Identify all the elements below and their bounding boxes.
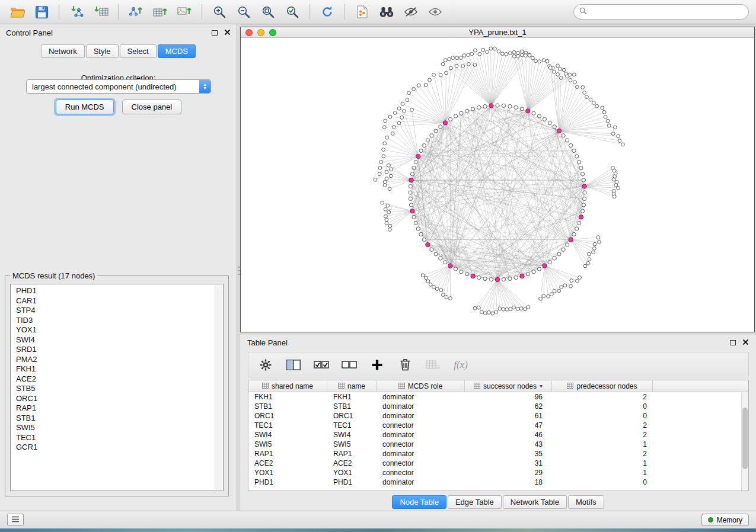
delete-table-button-disabled[interactable] [424,356,442,374]
open-file-button[interactable] [6,2,28,22]
mcds-result-item[interactable]: SWI4 [16,335,223,345]
mcds-result-item[interactable]: FKH1 [16,364,223,374]
mcds-result-item[interactable]: TEC1 [16,433,223,443]
show-columns-button[interactable] [285,356,302,374]
search-box[interactable] [573,4,749,20]
maximize-window-icon[interactable] [269,29,276,36]
mcds-result-item[interactable]: ORC1 [16,394,223,404]
zoom-fit-icon [261,5,275,18]
export-table-button[interactable] [149,2,171,22]
export-image-button[interactable] [173,2,196,22]
table-header-row: shared name ▾ name ▾ MCDS role ▾ [248,380,748,392]
control-panel-tab[interactable]: Network [41,44,85,58]
table-row[interactable]: ORC1 ORC1 dominator 61 0 [248,411,741,421]
mcds-result-item[interactable]: STP4 [16,306,223,316]
mcds-result-item[interactable]: SRD1 [16,345,223,355]
table-panel-tab[interactable]: Edge Table [448,495,502,509]
mcds-result-item[interactable]: SWI5 [16,423,223,433]
mcds-result-item[interactable]: RAP1 [16,403,223,414]
criterion-select[interactable]: largest connected component (undirected)… [26,79,211,94]
control-panel-tab[interactable]: MCDS [158,44,196,58]
import-network-button[interactable] [65,2,88,22]
delete-column-button[interactable] [396,356,414,374]
control-panel: Control Panel Network Style Select MCDS … [0,24,237,511]
search-input[interactable] [591,8,743,17]
column-type-icon [398,382,405,390]
column-header[interactable]: MCDS role ▾ [377,380,465,392]
table-panel-tab[interactable]: Network Table [503,495,567,509]
main-toolbar [0,0,756,24]
table-row[interactable]: FKH1 FKH1 dominator 96 2 [248,392,741,402]
control-panel-tab[interactable]: Select [120,44,157,58]
table-row[interactable]: SWI5 SWI5 connector 43 1 [248,440,741,449]
table-panel-tab[interactable]: Motifs [568,495,604,509]
network-graph[interactable] [241,39,754,332]
mcds-result-item[interactable]: PMA2 [16,355,223,365]
memory-button[interactable]: Memory [701,514,749,526]
close-panel-icon[interactable] [742,338,749,347]
table-row[interactable]: ACE2 ACE2 connector 31 1 [248,459,741,468]
save-session-button[interactable] [30,2,53,22]
memory-status-dot [708,517,713,523]
status-menu-button[interactable] [7,514,24,526]
run-mcds-button[interactable]: Run MCDS [56,100,114,114]
control-panel-header: Control Panel [0,24,237,41]
export-to-web-button[interactable] [351,2,374,22]
minimize-window-icon[interactable] [257,29,264,36]
column-header-label: shared name [272,382,313,390]
bird-eye-view-button[interactable] [424,2,446,22]
float-panel-icon[interactable] [212,30,218,36]
refresh-icon [321,5,334,18]
close-panel-icon[interactable] [224,28,231,37]
table-row[interactable]: SWI4 SWI4 dominator 46 2 [248,430,741,440]
mcds-result-item[interactable]: TID3 [16,316,223,326]
table-row[interactable]: RAP1 RAP1 dominator 35 2 [248,449,741,459]
mcds-result-item[interactable]: STB1 [16,414,223,424]
refresh-view-button[interactable] [316,2,339,22]
close-panel-button[interactable]: Close panel [122,100,182,114]
zoom-fit-button[interactable] [257,2,279,22]
close-window-icon[interactable] [245,29,253,36]
mcds-result-title: MCDS result (17 nodes) [10,271,97,280]
add-column-button[interactable] [368,356,386,374]
table-settings-button[interactable] [257,356,275,374]
table-row[interactable]: PHD1 PHD1 dominator 18 0 [248,477,741,487]
zoom-selected-button[interactable] [281,2,304,22]
table-toolbar: f(x) [248,352,749,377]
mcds-result-item[interactable]: CAR1 [16,296,223,306]
table-row[interactable]: TEC1 TEC1 connector 47 2 [248,421,741,430]
column-header[interactable]: name ▾ [327,380,377,392]
deselect-all-rows-button[interactable] [340,356,358,374]
criterion-selected-value: largest connected component (undirected) [32,82,177,91]
toolbar-separator [118,4,119,20]
column-header[interactable]: successor nodes ▾ [465,380,552,392]
function-builder-button-disabled[interactable]: f(x) [452,356,470,374]
select-all-rows-button[interactable] [312,356,330,374]
column-header[interactable]: predecessor nodes ▾ [552,380,653,392]
graphics-details-button[interactable] [400,2,422,22]
table-scrollbar-thumb[interactable] [742,408,748,469]
table-panel-tab[interactable]: Node Table [392,495,446,509]
zoom-in-button[interactable] [208,2,231,22]
table-row[interactable]: STB1 STB1 dominator 62 0 [248,402,741,411]
table-scrollbar[interactable] [741,392,748,491]
zoom-out-button[interactable] [232,2,255,22]
find-button[interactable] [375,2,398,22]
document-share-icon [356,5,368,18]
export-network-button[interactable] [125,2,147,22]
column-menu-arrow-icon[interactable]: ▾ [540,383,543,389]
network-window-titlebar[interactable]: YPA_prune.txt_1 [241,27,754,38]
column-header-label: predecessor nodes [576,382,637,390]
import-table-button[interactable] [90,2,112,22]
mcds-result-item[interactable]: YOX1 [16,325,223,335]
float-panel-icon[interactable] [730,340,736,345]
mcds-result-item[interactable]: PHD1 [16,286,223,296]
mcds-result-item[interactable]: GCR1 [16,443,223,453]
network-canvas[interactable] [241,39,754,332]
mcds-result-item[interactable]: ACE2 [16,374,223,384]
column-header[interactable]: shared name ▾ [248,380,327,392]
mcds-result-item[interactable]: STB5 [16,384,223,394]
table-row[interactable]: YOX1 YOX1 connector 29 1 [248,468,741,477]
control-panel-tab[interactable]: Style [86,44,119,58]
result-list-scrollbar[interactable] [215,285,222,490]
